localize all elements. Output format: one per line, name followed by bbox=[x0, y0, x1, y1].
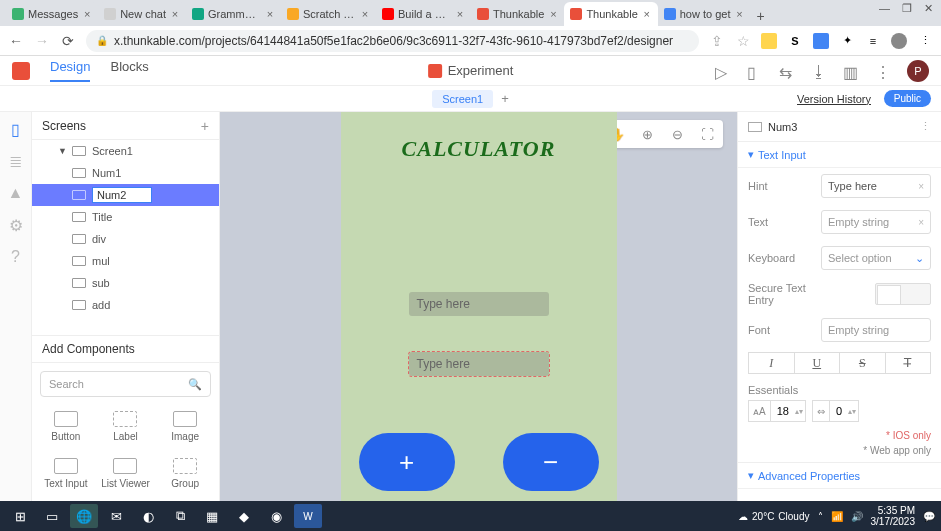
browser-tab[interactable]: New chat× bbox=[98, 2, 186, 26]
device-icon[interactable]: ▯ bbox=[747, 63, 763, 79]
reading-list-icon[interactable]: ≡ bbox=[865, 33, 881, 49]
spacing-stepper[interactable]: ⇔0▴▾ bbox=[812, 400, 859, 422]
num1-input[interactable]: Type here bbox=[409, 292, 549, 316]
tree-row[interactable]: Title bbox=[32, 206, 219, 228]
maximize-icon[interactable]: ❐ bbox=[902, 2, 912, 15]
close-icon[interactable]: × bbox=[735, 9, 745, 19]
ext-icon[interactable] bbox=[813, 33, 829, 49]
tree-row-screen[interactable]: ▼Screen1 bbox=[32, 140, 219, 162]
clear-icon[interactable]: × bbox=[918, 217, 924, 228]
minus-button[interactable]: − bbox=[503, 433, 599, 491]
tab-blocks[interactable]: Blocks bbox=[110, 59, 148, 82]
gear-icon[interactable]: ⚙ bbox=[7, 216, 25, 234]
app-icon[interactable]: ◆ bbox=[230, 504, 258, 528]
fit-icon[interactable]: ⛶ bbox=[699, 126, 715, 142]
close-icon[interactable]: × bbox=[265, 9, 275, 19]
secure-toggle[interactable] bbox=[875, 283, 931, 305]
thunkable-logo-icon[interactable] bbox=[12, 62, 30, 80]
add-screen-icon[interactable]: + bbox=[201, 118, 209, 134]
edge-icon[interactable]: ◉ bbox=[262, 504, 290, 528]
app-title-label[interactable]: CALCULATOR bbox=[402, 136, 556, 162]
font-input[interactable]: Empty string bbox=[821, 318, 931, 342]
share-icon[interactable]: ⇪ bbox=[709, 33, 725, 49]
close-icon[interactable]: × bbox=[360, 9, 370, 19]
keyboard-select[interactable]: Select option⌄ bbox=[821, 246, 931, 270]
chrome-icon[interactable]: 🌐 bbox=[70, 504, 98, 528]
minimize-icon[interactable]: — bbox=[879, 2, 890, 15]
num2-input-selected[interactable]: Type here bbox=[409, 352, 549, 376]
project-name[interactable]: Experiment bbox=[428, 63, 514, 78]
image-icon[interactable]: ▲ bbox=[7, 184, 25, 202]
task-view-icon[interactable]: ▭ bbox=[38, 504, 66, 528]
calendar-icon[interactable]: ▦ bbox=[198, 504, 226, 528]
menu-icon[interactable]: ⋮ bbox=[917, 33, 933, 49]
more-icon[interactable]: ⋮ bbox=[920, 120, 931, 133]
canva-icon[interactable]: ◐ bbox=[134, 504, 162, 528]
start-icon[interactable]: ⊞ bbox=[6, 504, 34, 528]
stepper-icon[interactable]: ▴▾ bbox=[795, 407, 805, 416]
text-input[interactable]: Empty string× bbox=[821, 210, 931, 234]
public-button[interactable]: Public bbox=[884, 90, 931, 107]
mail-icon[interactable]: ✉ bbox=[102, 504, 130, 528]
design-canvas[interactable]: ➤ ✋ ⊕ ⊖ ⛶ CALCULATOR Type here Type here… bbox=[220, 112, 737, 501]
weather-widget[interactable]: ☁ 20°C Cloudy bbox=[738, 511, 809, 522]
ext-icon[interactable] bbox=[761, 33, 777, 49]
section-advanced[interactable]: ▾Advanced Properties bbox=[738, 462, 941, 489]
browser-tab[interactable]: Build a Cal× bbox=[376, 2, 471, 26]
tab-design[interactable]: Design bbox=[50, 59, 90, 82]
hint-input[interactable]: Type here× bbox=[821, 174, 931, 198]
tree-row[interactable]: mul bbox=[32, 250, 219, 272]
browser-tab[interactable]: how to get× bbox=[658, 2, 751, 26]
url-input[interactable]: 🔒 x.thunkable.com/projects/64144841a50f5… bbox=[86, 30, 699, 52]
font-size-stepper[interactable]: ᴀA18▴▾ bbox=[748, 400, 806, 422]
tree-row[interactable]: Num1 bbox=[32, 162, 219, 184]
clear-icon[interactable]: × bbox=[918, 181, 924, 192]
version-history-link[interactable]: Version History bbox=[797, 93, 871, 105]
profile-icon[interactable] bbox=[891, 33, 907, 49]
browser-tab-active[interactable]: Thunkable× bbox=[564, 2, 657, 26]
browser-tab[interactable]: Grammarl…× bbox=[186, 2, 281, 26]
zoom-out-icon[interactable]: ⊖ bbox=[669, 126, 685, 142]
tree-row[interactable]: add bbox=[32, 294, 219, 316]
docs-icon[interactable]: ▥ bbox=[843, 63, 859, 79]
component-text-input[interactable]: Text Input bbox=[38, 452, 94, 495]
screen-tab[interactable]: Screen1 bbox=[432, 90, 493, 108]
share-icon[interactable]: ⇆ bbox=[779, 63, 795, 79]
section-text-input[interactable]: ▾Text Input bbox=[738, 142, 941, 168]
rename-input[interactable] bbox=[92, 187, 152, 203]
clear-format-button[interactable]: T̶ bbox=[886, 352, 932, 374]
wifi-icon[interactable]: 📶 bbox=[831, 511, 843, 522]
word-icon[interactable]: W bbox=[294, 504, 322, 528]
database-icon[interactable]: ≣ bbox=[7, 152, 25, 170]
component-group[interactable]: Group bbox=[157, 452, 213, 495]
volume-icon[interactable]: 🔊 bbox=[851, 511, 863, 522]
strike-button[interactable]: S bbox=[840, 352, 886, 374]
ext-icon[interactable]: S bbox=[787, 33, 803, 49]
avatar[interactable]: P bbox=[907, 60, 929, 82]
close-icon[interactable]: × bbox=[548, 9, 558, 19]
tray-chevron-icon[interactable]: ˄ bbox=[818, 511, 823, 522]
star-icon[interactable]: ☆ bbox=[735, 33, 751, 49]
component-list-viewer[interactable]: List Viewer bbox=[98, 452, 154, 495]
download-icon[interactable]: ⭳ bbox=[811, 63, 827, 79]
back-icon[interactable]: ← bbox=[8, 33, 24, 49]
close-icon[interactable]: × bbox=[455, 9, 465, 19]
help-icon[interactable]: ? bbox=[7, 248, 25, 266]
browser-tab[interactable]: Thunkable× bbox=[471, 2, 564, 26]
italic-button[interactable]: I bbox=[748, 352, 795, 374]
phone-icon[interactable]: ▯ bbox=[7, 120, 25, 138]
new-tab-button[interactable]: + bbox=[751, 6, 771, 26]
extensions-icon[interactable]: ✦ bbox=[839, 33, 855, 49]
browser-tab[interactable]: Scratch - Im× bbox=[281, 2, 376, 26]
clock[interactable]: 5:35 PM 3/17/2023 bbox=[871, 505, 916, 527]
close-icon[interactable]: × bbox=[170, 9, 180, 19]
notifications-icon[interactable]: 💬 bbox=[923, 511, 935, 522]
more-icon[interactable]: ⋮ bbox=[875, 63, 891, 79]
close-window-icon[interactable]: ✕ bbox=[924, 2, 933, 15]
forward-icon[interactable]: → bbox=[34, 33, 50, 49]
component-label[interactable]: Label bbox=[98, 405, 154, 448]
zoom-in-icon[interactable]: ⊕ bbox=[639, 126, 655, 142]
play-icon[interactable]: ▷ bbox=[715, 63, 731, 79]
stepper-icon[interactable]: ▴▾ bbox=[848, 407, 858, 416]
plus-button[interactable]: + bbox=[359, 433, 455, 491]
